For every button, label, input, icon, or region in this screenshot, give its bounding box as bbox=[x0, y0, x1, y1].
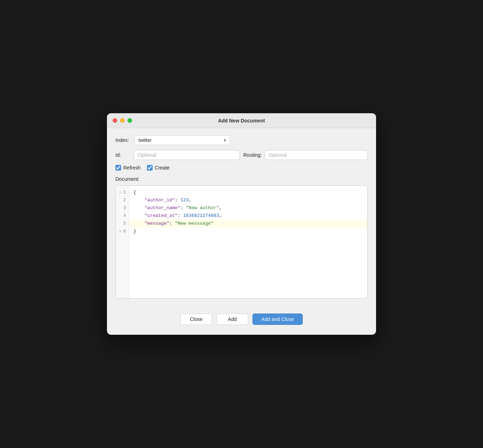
id-input[interactable] bbox=[134, 150, 240, 160]
create-label: Create bbox=[155, 165, 170, 171]
window-title: Add New Document bbox=[218, 118, 265, 124]
code-lines: { "author_id": 123, "author_name": "New … bbox=[129, 186, 367, 298]
create-checkbox[interactable] bbox=[147, 165, 153, 171]
refresh-label: Refresh bbox=[123, 165, 141, 171]
code-line-1: { bbox=[129, 189, 367, 196]
code-line-4: "created_at": 1636821274683, bbox=[129, 212, 367, 220]
line-number-4: 4 bbox=[116, 212, 129, 220]
fold-icon-6: ⊟ bbox=[119, 230, 122, 233]
routing-section: Routing: bbox=[243, 150, 368, 160]
form-content: Index: twitter other ▼ Id: Routing: bbox=[107, 128, 376, 306]
code-line-3: "author_name": "New author", bbox=[129, 204, 367, 212]
id-label: Id: bbox=[115, 152, 131, 158]
line-number-1: ⊟ 1 bbox=[116, 189, 129, 196]
code-line-5: "message": "New messsage" bbox=[129, 220, 367, 228]
line-numbers: ⊟ 1 2 3 4 5 ⊟ bbox=[116, 186, 129, 298]
line-number-6: ⊟ 6 bbox=[116, 228, 129, 235]
index-label: Index: bbox=[115, 137, 131, 143]
close-button[interactable]: Close bbox=[180, 314, 212, 325]
routing-label: Routing: bbox=[243, 152, 262, 158]
close-window-button[interactable] bbox=[113, 118, 117, 123]
code-editor[interactable]: ⊟ 1 2 3 4 5 ⊟ bbox=[115, 185, 368, 299]
button-row: Close Add Add and Close bbox=[107, 314, 376, 325]
refresh-checkbox[interactable] bbox=[115, 165, 121, 171]
dialog-window: Add New Document Index: twitter other ▼ … bbox=[107, 113, 376, 335]
line-number-5: 5 bbox=[116, 220, 129, 228]
id-routing-row: Id: Routing: bbox=[115, 150, 368, 160]
refresh-checkbox-item[interactable]: Refresh bbox=[115, 165, 141, 171]
checkbox-row: Refresh Create bbox=[115, 165, 368, 171]
minimize-window-button[interactable] bbox=[120, 118, 125, 123]
add-and-close-button[interactable]: Add and Close bbox=[252, 314, 303, 325]
id-section: Id: bbox=[115, 150, 240, 160]
routing-input[interactable] bbox=[265, 150, 368, 160]
document-label: Document: bbox=[115, 176, 368, 182]
index-select-wrapper: twitter other ▼ bbox=[135, 135, 230, 145]
index-select[interactable]: twitter other bbox=[135, 135, 230, 145]
create-checkbox-item[interactable]: Create bbox=[147, 165, 170, 171]
line-number-2: 2 bbox=[116, 196, 129, 204]
index-row: Index: twitter other ▼ bbox=[115, 135, 368, 145]
fold-icon-1: ⊟ bbox=[119, 191, 122, 194]
maximize-window-button[interactable] bbox=[127, 118, 132, 123]
title-bar: Add New Document bbox=[107, 113, 376, 128]
code-line-2: "author_id": 123, bbox=[129, 196, 367, 204]
traffic-lights bbox=[113, 118, 132, 123]
add-button[interactable]: Add bbox=[216, 314, 248, 325]
code-line-6: } bbox=[129, 228, 367, 235]
line-number-3: 3 bbox=[116, 204, 129, 212]
code-body: ⊟ 1 2 3 4 5 ⊟ bbox=[116, 186, 367, 298]
